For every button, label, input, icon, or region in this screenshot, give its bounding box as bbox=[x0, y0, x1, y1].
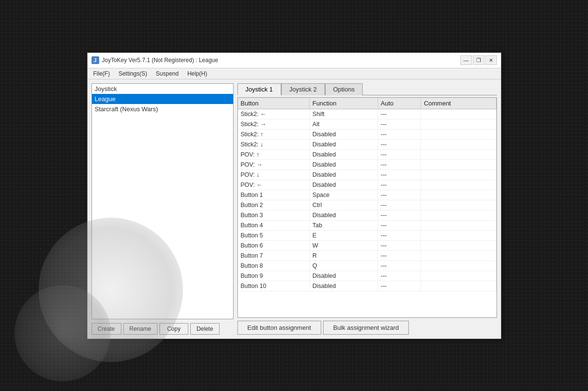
cell-button: Button 9 bbox=[238, 271, 310, 281]
table-row[interactable]: Button 4 Tab --- bbox=[238, 220, 497, 230]
cell-comment bbox=[421, 149, 496, 159]
cell-auto: --- bbox=[378, 109, 421, 119]
button-table[interactable]: Button Function Auto Comment Stick2: ← S… bbox=[237, 97, 497, 318]
table-row[interactable]: Button 10 Disabled --- bbox=[238, 281, 497, 291]
profile-item-starcraft[interactable]: Starcraft (Nexus Wars) bbox=[92, 104, 233, 114]
cell-comment bbox=[421, 159, 496, 169]
col-button: Button bbox=[238, 98, 310, 109]
cell-button: Button 7 bbox=[238, 250, 310, 261]
tab-joystick1[interactable]: Joystick 1 bbox=[237, 83, 281, 95]
cell-comment bbox=[421, 190, 496, 200]
cell-function: Space bbox=[309, 190, 378, 200]
menu-help[interactable]: Help(H) bbox=[183, 69, 211, 78]
cell-button: Button 5 bbox=[238, 230, 310, 240]
table-row[interactable]: Stick2: ↑ Disabled --- bbox=[238, 129, 497, 139]
table-row[interactable]: Button 8 Q --- bbox=[238, 261, 497, 271]
table-row[interactable]: Stick2: ↓ Disabled --- bbox=[238, 139, 497, 149]
cell-comment bbox=[421, 180, 496, 190]
cell-comment bbox=[421, 129, 496, 139]
table-row[interactable]: Stick2: → Alt --- bbox=[238, 119, 497, 129]
restore-button[interactable]: ❐ bbox=[473, 55, 484, 65]
col-comment: Comment bbox=[421, 98, 496, 109]
table-row[interactable]: POV: → Disabled --- bbox=[238, 159, 497, 169]
cell-auto: --- bbox=[378, 200, 421, 210]
title-bar: J JoyToKey Ver5.7.1 (Not Registered) : L… bbox=[88, 53, 501, 68]
table-row[interactable]: Button 2 Ctrl --- bbox=[238, 200, 497, 210]
cell-auto: --- bbox=[378, 210, 421, 220]
tab-joystick2[interactable]: Joystick 2 bbox=[281, 83, 325, 95]
cell-comment bbox=[421, 169, 496, 180]
title-bar-controls: — ❐ ✕ bbox=[460, 55, 497, 65]
cell-button: POV: → bbox=[238, 159, 310, 169]
cell-function: Disabled bbox=[309, 169, 378, 180]
profile-item-league[interactable]: League bbox=[92, 94, 233, 104]
cell-auto: --- bbox=[378, 169, 421, 180]
window-title: JoyToKey Ver5.7.1 (Not Registered) : Lea… bbox=[102, 57, 218, 64]
cell-comment bbox=[421, 281, 496, 291]
cell-comment bbox=[421, 240, 496, 250]
cell-auto: --- bbox=[378, 261, 421, 271]
table-row[interactable]: Button 1 Space --- bbox=[238, 190, 497, 200]
minimize-button[interactable]: — bbox=[460, 55, 472, 65]
tab-options[interactable]: Options bbox=[325, 83, 363, 95]
table-row[interactable]: Stick2: ← Shift --- bbox=[238, 109, 497, 119]
cell-function: E bbox=[309, 230, 378, 240]
menu-bar: File(F) Settings(S) Suspend Help(H) bbox=[88, 68, 501, 79]
cell-auto: --- bbox=[378, 139, 421, 149]
cell-function: Disabled bbox=[309, 210, 378, 220]
profile-item-joystick[interactable]: Joystick bbox=[92, 84, 233, 94]
table-row[interactable]: Button 7 R --- bbox=[238, 250, 497, 261]
cell-comment bbox=[421, 200, 496, 210]
cell-button: Stick2: → bbox=[238, 119, 310, 129]
cell-button: Button 1 bbox=[238, 190, 310, 200]
delete-button[interactable]: Delete bbox=[190, 323, 220, 335]
cell-function: Disabled bbox=[309, 129, 378, 139]
col-function: Function bbox=[309, 98, 378, 109]
cell-comment bbox=[421, 210, 496, 220]
cell-auto: --- bbox=[378, 119, 421, 129]
cell-button: Button 2 bbox=[238, 200, 310, 210]
cell-auto: --- bbox=[378, 250, 421, 261]
close-button[interactable]: ✕ bbox=[485, 55, 497, 65]
cell-button: POV: ← bbox=[238, 180, 310, 190]
cell-function: Ctrl bbox=[309, 200, 378, 210]
cell-button: Stick2: ← bbox=[238, 109, 310, 119]
right-panel: Joystick 1 Joystick 2 Options Button Fun… bbox=[237, 83, 497, 335]
cell-auto: --- bbox=[378, 281, 421, 291]
cell-auto: --- bbox=[378, 240, 421, 250]
cell-auto: --- bbox=[378, 149, 421, 159]
table-row[interactable]: POV: ↓ Disabled --- bbox=[238, 169, 497, 180]
menu-file[interactable]: File(F) bbox=[90, 69, 114, 78]
menu-suspend[interactable]: Suspend bbox=[152, 69, 183, 78]
cell-button: Button 10 bbox=[238, 281, 310, 291]
col-auto: Auto bbox=[378, 98, 421, 109]
bulk-assignment-wizard[interactable]: Bulk assignment wizard bbox=[323, 321, 409, 335]
cell-button: Button 3 bbox=[238, 210, 310, 220]
tab-bar: Joystick 1 Joystick 2 Options bbox=[237, 83, 497, 95]
table-row[interactable]: Button 5 E --- bbox=[238, 230, 497, 240]
cell-button: POV: ↑ bbox=[238, 149, 310, 159]
cell-auto: --- bbox=[378, 271, 421, 281]
cell-function: Shift bbox=[309, 109, 378, 119]
table-row[interactable]: Button 6 W --- bbox=[238, 240, 497, 250]
table-row[interactable]: Button 3 Disabled --- bbox=[238, 210, 497, 220]
cell-button: Button 4 bbox=[238, 220, 310, 230]
cell-function: Q bbox=[309, 261, 378, 271]
cell-function: Disabled bbox=[309, 180, 378, 190]
table-row[interactable]: Button 9 Disabled --- bbox=[238, 271, 497, 281]
cell-comment bbox=[421, 250, 496, 261]
cell-button: Stick2: ↑ bbox=[238, 129, 310, 139]
cell-function: Disabled bbox=[309, 159, 378, 169]
cell-function: Disabled bbox=[309, 149, 378, 159]
cell-auto: --- bbox=[378, 180, 421, 190]
cell-auto: --- bbox=[378, 129, 421, 139]
table-row[interactable]: POV: ← Disabled --- bbox=[238, 180, 497, 190]
cell-auto: --- bbox=[378, 190, 421, 200]
cell-button: Stick2: ↓ bbox=[238, 139, 310, 149]
cell-auto: --- bbox=[378, 159, 421, 169]
menu-settings[interactable]: Settings(S) bbox=[115, 69, 151, 78]
cell-comment bbox=[421, 109, 496, 119]
edit-button-assignment[interactable]: Edit button assignment bbox=[237, 321, 321, 335]
table-row[interactable]: POV: ↑ Disabled --- bbox=[238, 149, 497, 159]
cell-function: Tab bbox=[309, 220, 378, 230]
